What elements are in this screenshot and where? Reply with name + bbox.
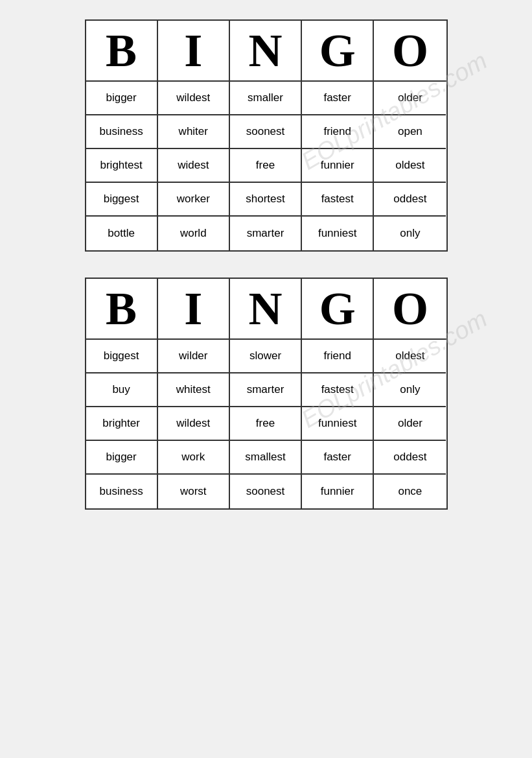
table-row: soonest: [230, 115, 302, 149]
table-row: funnier: [302, 475, 374, 508]
header-g-2: G: [302, 279, 374, 338]
table-row: biggest: [86, 340, 158, 373]
card-2-table: B I N G O biggest wilder slower friend o…: [85, 278, 448, 510]
table-row: free: [230, 149, 302, 183]
table-row: open: [374, 115, 446, 149]
table-row: oldest: [374, 340, 446, 373]
table-row: worker: [158, 183, 230, 217]
table-row: only: [374, 373, 446, 407]
header-i-1: I: [158, 21, 230, 80]
card-2-header: B I N G O: [86, 279, 446, 340]
table-row: wildest: [158, 82, 230, 115]
table-row: brightest: [86, 149, 158, 183]
table-row: older: [374, 407, 446, 441]
table-row: smallest: [230, 441, 302, 475]
table-row: work: [158, 441, 230, 475]
table-row: faster: [302, 441, 374, 475]
bingo-card-2: B I N G O biggest wilder slower friend o…: [85, 278, 448, 536]
header-g-1: G: [302, 21, 374, 80]
table-row: faster: [302, 82, 374, 115]
table-row: business: [86, 475, 158, 508]
table-row: business: [86, 115, 158, 149]
table-row: older: [374, 82, 446, 115]
table-row: fastest: [302, 373, 374, 407]
table-row: biggest: [86, 183, 158, 217]
table-row: smarter: [230, 373, 302, 407]
table-row: wildest: [158, 407, 230, 441]
table-row: widest: [158, 149, 230, 183]
table-row: slower: [230, 340, 302, 373]
card-1-table: B I N G O bigger wildest smaller faster …: [85, 19, 448, 252]
table-row: brighter: [86, 407, 158, 441]
table-row: oldest: [374, 149, 446, 183]
card-1-header: B I N G O: [86, 21, 446, 82]
table-row: wilder: [158, 340, 230, 373]
table-row: once: [374, 475, 446, 508]
table-row: smarter: [230, 217, 302, 250]
table-row: whitest: [158, 373, 230, 407]
table-row: worst: [158, 475, 230, 508]
table-row: buy: [86, 373, 158, 407]
table-row: friend: [302, 340, 374, 373]
table-row: oddest: [374, 441, 446, 475]
table-row: bigger: [86, 82, 158, 115]
bingo-card-1: B I N G O bigger wildest smaller faster …: [85, 19, 448, 278]
table-row: bottle: [86, 217, 158, 250]
header-n-2: N: [230, 279, 302, 338]
header-o-1: O: [374, 21, 446, 80]
table-row: only: [374, 217, 446, 250]
table-row: oddest: [374, 183, 446, 217]
table-row: fastest: [302, 183, 374, 217]
table-row: funnier: [302, 149, 374, 183]
header-n-1: N: [230, 21, 302, 80]
table-row: friend: [302, 115, 374, 149]
table-row: soonest: [230, 475, 302, 508]
header-b-2: B: [86, 279, 158, 338]
card-1-body: bigger wildest smaller faster older busi…: [86, 82, 446, 250]
card-2-body: biggest wilder slower friend oldest buy …: [86, 340, 446, 508]
table-row: shortest: [230, 183, 302, 217]
table-row: funniest: [302, 217, 374, 250]
table-row: world: [158, 217, 230, 250]
table-row: smaller: [230, 82, 302, 115]
table-row: funniest: [302, 407, 374, 441]
header-i-2: I: [158, 279, 230, 338]
header-o-2: O: [374, 279, 446, 338]
table-row: whiter: [158, 115, 230, 149]
header-b-1: B: [86, 21, 158, 80]
table-row: bigger: [86, 441, 158, 475]
table-row: free: [230, 407, 302, 441]
